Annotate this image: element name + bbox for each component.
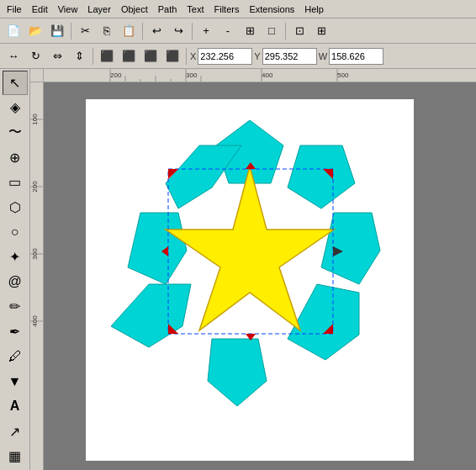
spiral-tool-btn[interactable]: @ (3, 270, 28, 294)
menu-extensions[interactable]: Extensions (244, 3, 299, 16)
text-tool-btn[interactable]: A (3, 394, 28, 419)
flip-h-btn[interactable]: ⇔ (47, 46, 67, 66)
sep2 (142, 23, 143, 40)
x-field-group: X (190, 48, 252, 65)
sep3 (192, 23, 193, 40)
svg-text:200: 200 (110, 71, 122, 79)
menu-layer[interactable]: Layer (82, 3, 116, 16)
x-label: X (190, 51, 196, 61)
zoom-page-btn[interactable]: □ (262, 21, 282, 41)
save-btn[interactable]: 💾 (47, 21, 67, 41)
svg-text:500: 500 (337, 71, 349, 79)
transform-btn[interactable]: ↔ (3, 46, 24, 66)
redo-btn[interactable]: ↪ (168, 21, 188, 41)
toolbar-main: 📄 📂 💾 ✂ ⎘ 📋 ↩ ↪ + - ⊞ □ ⊡ ⊞ (0, 18, 476, 44)
rect-tool-btn[interactable]: ▭ (3, 171, 28, 195)
menu-file[interactable]: File (2, 3, 27, 16)
toolbox: ↖ ◈ 〜 ⊕ ▭ ⬡ ○ ✦ @ ✏ ✒ 🖊 ▼ A ↗ ▦ (0, 69, 30, 470)
cut-btn[interactable]: ✂ (75, 21, 95, 41)
y-input[interactable] (262, 48, 317, 65)
zoom-fit-btn[interactable]: ⊞ (240, 21, 260, 41)
connector-tool-btn[interactable]: ↗ (3, 420, 28, 444)
zoom-in-btn[interactable]: + (196, 21, 216, 41)
3dbox-tool-btn[interactable]: ⬡ (3, 195, 28, 219)
select-tool-btn[interactable]: ↖ (3, 71, 28, 95)
svg-text:300: 300 (31, 248, 39, 260)
sep5 (93, 48, 93, 65)
menu-help[interactable]: Help (299, 3, 329, 16)
paste-btn[interactable]: 📋 (119, 21, 139, 41)
drawing-area[interactable] (44, 82, 476, 470)
main-area: ↖ ◈ 〜 ⊕ ▭ ⬡ ○ ✦ @ ✏ ✒ 🖊 ▼ A ↗ ▦ 200 300 … (0, 69, 476, 470)
menu-text[interactable]: Text (182, 3, 209, 16)
toolbar-context: ↔ ↻ ⇔ ⇕ ⬛ ⬛ ⬛ ⬛ X Y W (0, 44, 476, 69)
calligraphy-tool-btn[interactable]: 🖊 (3, 345, 28, 369)
svg-text:100: 100 (31, 114, 39, 125)
zoom-tool-btn[interactable]: ⊕ (3, 145, 28, 170)
w-input[interactable] (329, 48, 383, 65)
svg-text:400: 400 (262, 71, 273, 79)
ruler-top: 200 300 400 500 (30, 69, 476, 82)
sep1 (71, 23, 71, 40)
w-label: W (319, 51, 327, 61)
align-left-btn[interactable]: ⬛ (97, 46, 117, 66)
flip-v-btn[interactable]: ⇕ (69, 46, 89, 66)
pencil-tool-btn[interactable]: ✏ (3, 295, 28, 319)
menu-view[interactable]: View (53, 3, 83, 16)
align-center-btn[interactable]: ⬛ (119, 46, 139, 66)
align-right-btn[interactable]: ⬛ (140, 46, 161, 66)
svg-text:400: 400 (31, 315, 39, 327)
pen-tool-btn[interactable]: ✒ (3, 319, 28, 344)
menubar: File Edit View Layer Object Path Text Fi… (0, 0, 476, 18)
new-btn[interactable]: 📄 (3, 21, 24, 41)
distribute-btn[interactable]: ⬛ (162, 46, 182, 66)
corner-box (30, 69, 44, 82)
copy-btn[interactable]: ⎘ (97, 21, 117, 41)
rotate-btn[interactable]: ↻ (25, 46, 45, 66)
svg-text:200: 200 (31, 181, 39, 193)
undo-btn[interactable]: ↩ (146, 21, 167, 41)
gradient-tool-btn[interactable]: ▦ (3, 444, 28, 468)
ruler-left: 100 200 300 400 (30, 82, 44, 470)
grid-btn[interactable]: ⊞ (311, 21, 331, 41)
drawing-svg (44, 82, 476, 470)
snap-btn[interactable]: ⊡ (289, 21, 309, 41)
ellipse-tool-btn[interactable]: ○ (3, 220, 28, 245)
node-tool-btn[interactable]: ◈ (3, 96, 28, 120)
tweak-tool-btn[interactable]: 〜 (3, 120, 28, 145)
svg-text:300: 300 (186, 71, 198, 79)
sep6 (186, 48, 187, 65)
sep4 (285, 23, 286, 40)
zoom-out-btn[interactable]: - (218, 21, 238, 41)
paint-bucket-btn[interactable]: ▼ (3, 370, 28, 394)
menu-object[interactable]: Object (116, 3, 153, 16)
star-tool-btn[interactable]: ✦ (3, 245, 28, 269)
menu-filters[interactable]: Filters (209, 3, 245, 16)
y-label: Y (254, 51, 260, 61)
menu-edit[interactable]: Edit (27, 3, 53, 16)
w-field-group: W (319, 48, 383, 65)
x-input[interactable] (198, 48, 252, 65)
menu-path[interactable]: Path (153, 3, 182, 16)
open-btn[interactable]: 📂 (25, 21, 45, 41)
canvas-container: 200 300 400 500 100 (30, 69, 476, 470)
y-field-group: Y (254, 48, 316, 65)
